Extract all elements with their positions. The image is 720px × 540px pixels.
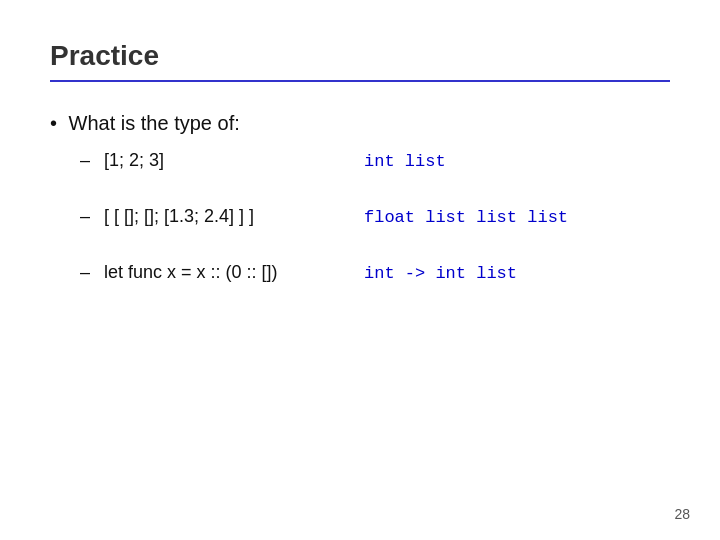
sub-items-list: – [1; 2; 3] int list – [ [ []; []; [1.3;… — [80, 150, 670, 283]
sub-label-1: [1; 2; 3] — [104, 150, 344, 171]
bullet-item: • What is the type of: — [50, 112, 670, 135]
bullet-text: What is the type of: — [69, 112, 240, 134]
dash-2: – — [80, 206, 94, 227]
slide-title: Practice — [50, 40, 670, 72]
page-number: 28 — [674, 506, 690, 522]
sub-item-1: – [1; 2; 3] int list — [80, 150, 670, 171]
dash-1: – — [80, 150, 94, 171]
sub-item-3: – let func x = x :: (0 :: []) int -> int… — [80, 262, 670, 283]
sub-label-3: let func x = x :: (0 :: []) — [104, 262, 344, 283]
slide: Practice • What is the type of: – [1; 2;… — [0, 0, 720, 540]
type-answer-1: int list — [364, 152, 446, 171]
title-underline — [50, 80, 670, 82]
content-area: • What is the type of: – [1; 2; 3] int l… — [50, 112, 670, 283]
sub-label-2: [ [ []; []; [1.3; 2.4] ] ] — [104, 206, 344, 227]
type-answer-3: int -> int list — [364, 264, 517, 283]
bullet-symbol: • — [50, 112, 57, 134]
dash-3: – — [80, 262, 94, 283]
type-answer-2: float list list list — [364, 208, 568, 227]
title-section: Practice — [50, 40, 670, 82]
sub-item-2: – [ [ []; []; [1.3; 2.4] ] ] float list … — [80, 206, 670, 227]
